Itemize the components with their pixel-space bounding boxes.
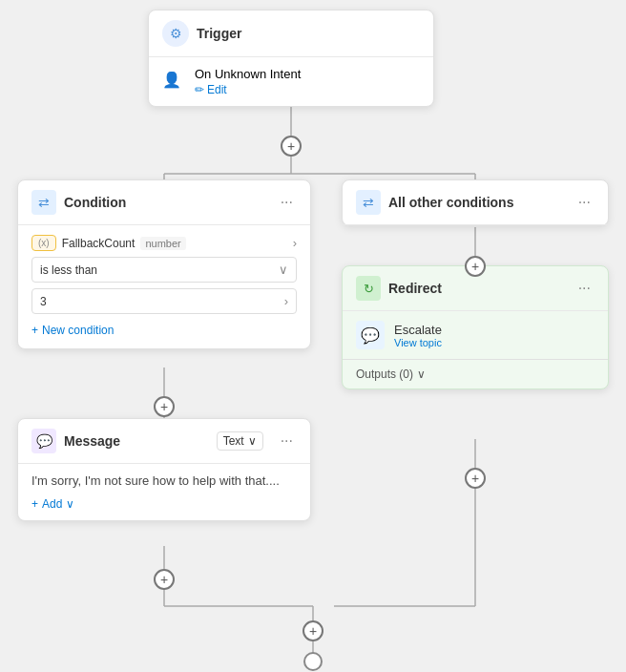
plus-btn-5[interactable]: + xyxy=(154,569,175,590)
plus-btn-4[interactable]: + xyxy=(465,468,486,489)
trigger-header: ⚙ Trigger xyxy=(149,10,433,57)
condition-title: Condition xyxy=(64,195,269,210)
all-conditions-header: ⇄ All other conditions ··· xyxy=(343,180,608,225)
plus-btn-2[interactable]: + xyxy=(465,256,486,277)
pencil-icon: ✏ xyxy=(195,83,204,96)
value-arrow: › xyxy=(284,294,288,308)
intent-icon: 👤 xyxy=(162,71,185,94)
var-name: FallbackCount xyxy=(62,237,136,250)
condition-body: (x) FallbackCount number › is less than … xyxy=(18,225,310,348)
condition-header: ⇄ Condition ··· xyxy=(18,180,310,225)
redirect-body: 💬 Escalate View topic xyxy=(343,311,608,359)
message-body: I'm sorry, I'm not sure how to help with… xyxy=(18,464,310,520)
plus-btn-1[interactable]: + xyxy=(281,136,302,157)
escalate-icon: 💬 xyxy=(356,321,385,349)
plus-icon: + xyxy=(31,324,38,337)
add-plus-icon: + xyxy=(31,497,38,511)
trigger-node: ⚙ Trigger 👤 On Unknown Intent ✏ Edit xyxy=(148,10,434,107)
add-chevron: ∨ xyxy=(66,497,74,511)
message-node: 💬 Message Text ∨ ··· I'm sorry, I'm not … xyxy=(17,418,311,521)
message-type-btn[interactable]: Text ∨ xyxy=(217,431,263,451)
redirect-title: Redirect xyxy=(388,281,567,296)
all-conditions-icon: ⇄ xyxy=(356,190,381,215)
canvas: ⚙ Trigger 👤 On Unknown Intent ✏ Edit + +… xyxy=(0,0,626,672)
operator-row[interactable]: is less than ∨ xyxy=(31,257,297,283)
message-title: Message xyxy=(64,433,209,449)
condition-menu[interactable]: ··· xyxy=(277,192,297,213)
redirect-node: ↻ Redirect ··· 💬 Escalate View topic Out… xyxy=(342,265,609,389)
condition-var-row: (x) FallbackCount number › xyxy=(31,235,297,251)
intent-label: On Unknown Intent xyxy=(195,67,301,81)
plus-btn-6[interactable]: + xyxy=(303,620,323,641)
outputs-bar[interactable]: Outputs (0) ∨ xyxy=(343,359,608,388)
message-menu[interactable]: ··· xyxy=(277,430,297,452)
escalate-row: 💬 Escalate View topic xyxy=(356,321,595,349)
message-header: 💬 Message Text ∨ ··· xyxy=(18,419,310,464)
operator-chevron: ∨ xyxy=(279,262,288,277)
escalate-info: Escalate View topic xyxy=(394,323,442,348)
new-condition-btn[interactable]: + New condition xyxy=(31,322,297,339)
value-row[interactable]: 3 › xyxy=(31,288,297,314)
condition-icon: ⇄ xyxy=(31,190,56,215)
escalate-title: Escalate xyxy=(394,323,442,337)
trigger-icon: ⚙ xyxy=(162,20,189,47)
var-badge: (x) xyxy=(31,235,56,251)
plus-btn-3[interactable]: + xyxy=(154,396,175,417)
outputs-chevron: ∨ xyxy=(417,368,426,381)
edit-link[interactable]: ✏ Edit xyxy=(195,83,301,96)
outputs-label: Outputs (0) xyxy=(356,368,413,381)
all-conditions-node: ⇄ All other conditions ··· xyxy=(342,179,609,226)
trigger-intent-col: On Unknown Intent ✏ Edit xyxy=(195,67,301,96)
all-conditions-menu[interactable]: ··· xyxy=(574,192,595,213)
message-type-label: Text xyxy=(223,434,244,448)
redirect-icon: ↻ xyxy=(356,276,381,301)
add-btn[interactable]: + Add ∨ xyxy=(31,497,297,511)
all-conditions-title: All other conditions xyxy=(388,195,567,210)
condition-value: 3 xyxy=(40,295,284,308)
redirect-menu[interactable]: ··· xyxy=(574,278,595,299)
trigger-title: Trigger xyxy=(197,26,241,41)
end-circle xyxy=(303,652,323,671)
message-text: I'm sorry, I'm not sure how to help with… xyxy=(31,473,297,488)
operator-label: is less than xyxy=(40,263,279,277)
message-icon: 💬 xyxy=(31,429,56,453)
view-topic-link[interactable]: View topic xyxy=(394,337,442,348)
message-type-chevron: ∨ xyxy=(248,434,257,448)
var-arrow: › xyxy=(293,236,297,250)
trigger-body: 👤 On Unknown Intent ✏ Edit xyxy=(149,57,433,106)
condition-node: ⇄ Condition ··· (x) FallbackCount number… xyxy=(17,179,311,349)
var-type: number xyxy=(140,237,185,250)
